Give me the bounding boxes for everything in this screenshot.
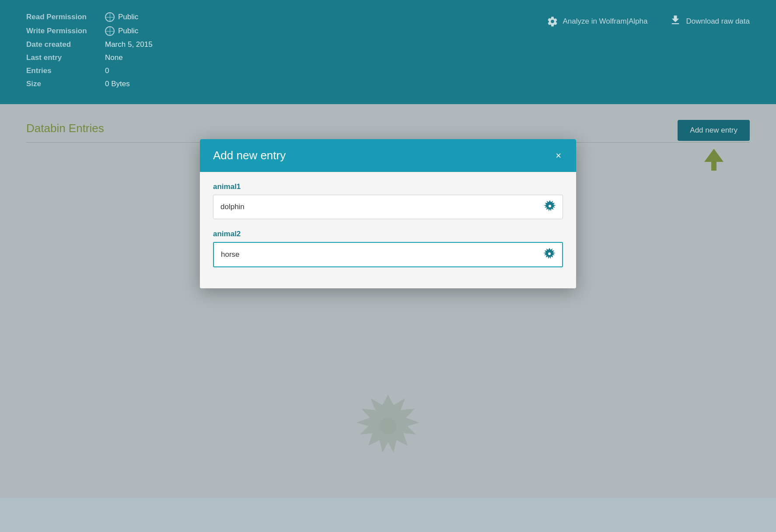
info-panel: Read Permission Public Write Permission … (0, 0, 776, 104)
info-fields: Read Permission Public Write Permission … (26, 12, 153, 88)
size-label: Size (26, 80, 105, 88)
svg-point-5 (548, 252, 551, 255)
field-input-animal1[interactable] (213, 196, 537, 217)
download-label: Download raw data (686, 17, 750, 26)
svg-point-3 (549, 205, 551, 207)
field-input-animal2[interactable] (214, 244, 537, 265)
date-created-label: Date created (26, 40, 105, 49)
globe-icon-read (105, 12, 115, 22)
size-value: 0 Bytes (105, 80, 153, 88)
field-input-wrapper-animal2 (213, 242, 563, 267)
entries-value: 0 (105, 66, 153, 75)
read-permission-label: Read Permission (26, 13, 105, 21)
modal-title: Add new entry (213, 149, 286, 162)
modal-close-button[interactable]: × (554, 151, 563, 161)
analyze-wolfram-link[interactable]: Analyze in Wolfram|Alpha (547, 16, 647, 27)
modal-overlay: Add new entry × animal1 (0, 104, 776, 498)
entries-label: Entries (26, 66, 105, 75)
download-icon (669, 14, 682, 28)
field-label-animal2: animal2 (213, 230, 563, 238)
modal-dialog: Add new entry × animal1 (200, 139, 576, 288)
download-raw-data-link[interactable]: Download raw data (669, 14, 750, 28)
modal-body: animal1 animal2 (200, 172, 576, 288)
wolfram-icon-animal2[interactable] (537, 243, 562, 266)
last-entry-label: Last entry (26, 53, 105, 62)
field-label-animal1: animal1 (213, 182, 563, 191)
write-permission-label: Write Permission (26, 27, 105, 35)
write-permission-value: Public (105, 26, 153, 36)
field-input-wrapper-animal1 (213, 195, 563, 219)
date-created-value: March 5, 2015 (105, 40, 153, 49)
analyze-wolfram-label: Analyze in Wolfram|Alpha (563, 17, 647, 26)
field-group-animal1: animal1 (213, 182, 563, 219)
read-permission-value: Public (105, 12, 153, 22)
wolfram-icon-animal1[interactable] (537, 195, 563, 219)
globe-icon-write (105, 26, 115, 36)
last-entry-value: None (105, 53, 153, 62)
info-actions: Analyze in Wolfram|Alpha Download raw da… (547, 12, 750, 28)
gear-icon (547, 16, 558, 27)
field-group-animal2: animal2 (213, 230, 563, 267)
modal-header: Add new entry × (200, 139, 576, 172)
main-content: Databin Entries Add new entry Add new en… (0, 104, 776, 498)
